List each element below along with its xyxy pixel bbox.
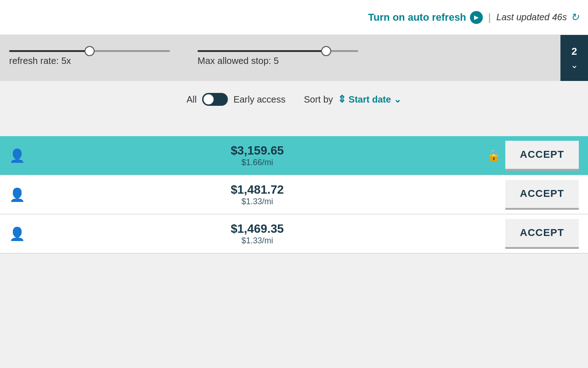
price-per-mile: $1.33/mi (32, 236, 482, 246)
auto-refresh-section: Turn on auto refresh ▶ | Last updated 46… (368, 11, 579, 24)
max-stop-track[interactable] (198, 50, 358, 52)
list-item: 👤$1,469.35$1.33/miACCEPT (0, 214, 588, 253)
user-icon: 👤 (9, 226, 32, 242)
max-stop-slider-group: Max allowed stop: 5 (198, 50, 358, 66)
refresh-icon[interactable]: ↻ (571, 12, 579, 23)
chevron-down-icon: ⌄ (571, 59, 578, 70)
refresh-rate-fill (9, 50, 90, 52)
price-per-mile: $1.66/mi (32, 158, 482, 167)
price-per-mile: $1.33/mi (32, 197, 482, 207)
all-label: All (187, 94, 197, 105)
notification-badge[interactable]: 2 ⌄ (560, 35, 588, 81)
toggle-group: All Early access (187, 93, 286, 106)
sort-button[interactable]: ⇕ Start date ⌄ (338, 93, 401, 105)
accept-button[interactable]: ACCEPT (505, 180, 579, 210)
user-icon: 👤 (9, 148, 32, 163)
filter-row: All Early access Sort by ⇕ Start date ⌄ (0, 81, 588, 118)
slider-section: refresh rate: 5x Max allowed stop: 5 2 ⌄ (0, 35, 588, 81)
sort-label: Sort by (304, 94, 333, 105)
dropdown-chevron-icon: ⌄ (394, 94, 401, 105)
auto-refresh-label: Turn on auto refresh (368, 12, 466, 23)
play-icon: ▶ (470, 11, 483, 24)
sort-group: Sort by ⇕ Start date ⌄ (304, 93, 402, 105)
max-stop-thumb[interactable] (321, 46, 331, 56)
price-main: $1,481.72 (32, 183, 482, 197)
toggle-knob (204, 94, 214, 104)
price-section: $1,469.35$1.33/mi (32, 222, 482, 246)
divider: | (488, 12, 491, 23)
refresh-rate-thumb[interactable] (85, 46, 95, 56)
accept-button[interactable]: ACCEPT (505, 141, 579, 171)
last-updated: Last updated 46s ↻ (497, 12, 579, 23)
refresh-rate-label: refresh rate: 5x (9, 56, 170, 66)
price-main: $1,469.35 (32, 222, 482, 236)
slider-container: refresh rate: 5x Max allowed stop: 5 (9, 50, 579, 66)
price-section: $3,159.65$1.66/mi (32, 144, 482, 167)
sort-value: Start date (349, 94, 391, 105)
max-stop-label: Max allowed stop: 5 (198, 56, 358, 66)
max-stop-fill (198, 50, 326, 52)
lock-icon: 🔒 (482, 149, 505, 162)
sort-icon: ⇕ (338, 93, 346, 105)
accept-button[interactable]: ACCEPT (505, 219, 579, 249)
auto-refresh-button[interactable]: Turn on auto refresh ▶ (368, 11, 483, 24)
notification-count: 2 (571, 46, 577, 58)
refresh-rate-slider-group: refresh rate: 5x (9, 50, 170, 66)
top-bar: Turn on auto refresh ▶ | Last updated 46… (0, 0, 588, 35)
refresh-rate-track[interactable] (9, 50, 170, 52)
price-main: $3,159.65 (32, 144, 482, 158)
early-access-label: Early access (233, 94, 285, 105)
items-list: 👤$3,159.65$1.66/mi🔒ACCEPT👤$1,481.72$1.33… (0, 136, 588, 253)
last-updated-label: Last updated (497, 12, 550, 22)
list-spacer (0, 118, 588, 136)
early-access-toggle[interactable] (202, 93, 228, 106)
user-icon: 👤 (9, 187, 32, 202)
last-updated-value: 46s (552, 12, 567, 22)
price-section: $1,481.72$1.33/mi (32, 183, 482, 207)
list-item: 👤$3,159.65$1.66/mi🔒ACCEPT (0, 136, 588, 175)
list-item: 👤$1,481.72$1.33/miACCEPT (0, 175, 588, 214)
